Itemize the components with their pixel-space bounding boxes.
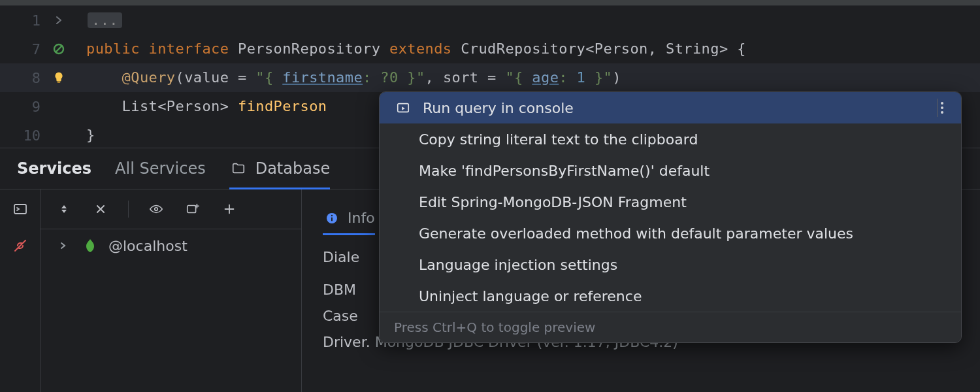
tab-database[interactable]: Database: [229, 148, 331, 189]
svg-point-12: [941, 111, 943, 114]
code-text[interactable]: List<Person> findPerson: [86, 92, 327, 121]
intention-item[interactable]: Make 'findPersonsByFirstName()' default: [380, 155, 961, 186]
tab-label: Database: [255, 159, 331, 178]
new-console-icon[interactable]: [184, 200, 202, 218]
gutter-line-number: 8: [0, 70, 46, 86]
tree-item-localhost[interactable]: @localhost: [41, 229, 301, 262]
svg-line-1: [56, 46, 62, 52]
gutter-line-number: 1: [0, 12, 46, 29]
code-text[interactable]: }: [86, 121, 95, 150]
intention-label: Run query in console: [423, 100, 574, 116]
gutter-line-number: 7: [0, 41, 46, 57]
tab-all-services[interactable]: All Services: [115, 148, 206, 189]
intention-item-run-query[interactable]: Run query in console: [380, 92, 961, 123]
mongodb-leaf-icon: [81, 237, 99, 255]
close-icon[interactable]: [91, 200, 110, 218]
intention-popup: Run query in console Copy string literal…: [379, 91, 962, 343]
intention-label: Language injection settings: [419, 257, 617, 273]
run-console-icon: [394, 99, 412, 117]
popup-footer-hint: Press Ctrl+Q to toggle preview: [380, 312, 961, 342]
gutter-line-number: 9: [0, 99, 46, 115]
expand-collapse-icon[interactable]: [55, 200, 73, 218]
add-icon[interactable]: [220, 200, 238, 218]
info-icon: [323, 209, 341, 227]
intention-item[interactable]: Generate overloaded method with default …: [380, 218, 961, 249]
code-text[interactable]: public interface PersonRepository extend…: [86, 35, 746, 63]
chevron-right-icon[interactable]: [54, 237, 72, 255]
intention-label: Generate overloaded method with default …: [419, 225, 853, 242]
toolwindow-tree: @localhost: [41, 189, 302, 392]
intention-label: Copy string literal text to the clipboar…: [419, 131, 698, 148]
more-actions-icon[interactable]: [937, 99, 947, 117]
editor-line: 8 @Query(value = "{ firstname: ?0 }", so…: [0, 63, 980, 92]
gutter-line-number: 10: [0, 127, 46, 144]
disconnect-icon[interactable]: [11, 237, 29, 255]
svg-point-8: [331, 215, 333, 216]
editor-line: 7 public interface PersonRepository exte…: [0, 35, 980, 63]
svg-point-11: [941, 106, 943, 109]
intention-item[interactable]: Uninject language or reference: [380, 280, 961, 312]
tree-toolbar: [41, 189, 301, 229]
svg-rect-3: [14, 204, 26, 214]
editor-line: 1 ...: [0, 6, 980, 35]
no-usages-icon: [50, 40, 68, 58]
fold-chevron-icon[interactable]: [50, 11, 68, 29]
folder-icon: [229, 159, 248, 178]
intention-bulb-icon[interactable]: [50, 69, 68, 87]
svg-rect-7: [331, 218, 333, 221]
intention-item[interactable]: Copy string literal text to the clipboar…: [380, 123, 961, 155]
console-icon[interactable]: [11, 200, 29, 218]
tree-item-label: @localhost: [108, 238, 188, 254]
intention-item[interactable]: Edit Spring-MongoDB-JSON Fragment: [380, 186, 961, 218]
code-text[interactable]: @Query(value = "{ firstname: ?0 }", sort…: [86, 63, 621, 92]
intention-label: Uninject language or reference: [419, 288, 642, 304]
fold-placeholder[interactable]: ...: [88, 12, 122, 28]
view-icon[interactable]: [147, 200, 165, 218]
svg-rect-5: [188, 206, 196, 213]
intention-item[interactable]: Language injection settings: [380, 249, 961, 280]
subtab-info[interactable]: Info: [323, 205, 375, 231]
editor-top-strip: [0, 0, 980, 6]
toolwindow-icon-rail: [0, 189, 41, 392]
svg-point-10: [941, 102, 943, 105]
svg-rect-2: [57, 82, 61, 83]
intention-label: Edit Spring-MongoDB-JSON Fragment: [419, 194, 687, 210]
toolwindow-title[interactable]: Services: [17, 148, 91, 189]
svg-point-4: [155, 208, 158, 211]
subtab-label: Info: [348, 205, 375, 231]
intention-label: Make 'findPersonsByFirstName()' default: [419, 163, 710, 179]
